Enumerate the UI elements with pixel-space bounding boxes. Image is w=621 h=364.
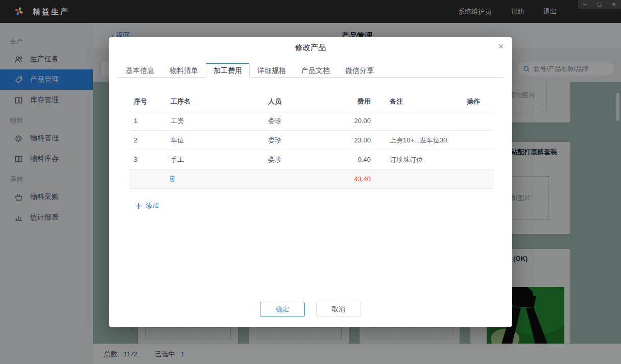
window-close-icon[interactable]: ✕ [612, 0, 616, 9]
col-header-process: 工序名 [164, 97, 261, 106]
modal-title: 修改产品 [109, 37, 512, 53]
cell-person: 娄珍 [261, 136, 332, 145]
fee-table: 序号 工序名 人员 费用 备注 操作 1 工资 娄珍 20.00 2 车位 娄珍… [129, 92, 494, 189]
modal-tabs: 基本信息 物料清单 加工费用 详细规格 产品文档 微信分享 [118, 63, 503, 78]
cell-process: 工资 [164, 116, 261, 126]
cancel-button[interactable]: 取消 [316, 302, 361, 317]
col-header-action: 操作 [460, 97, 494, 106]
topbar-menu: 系统维护员 帮助 退出 [458, 0, 557, 23]
col-header-person: 人员 [261, 97, 332, 106]
cell-fee: 23.00 [332, 136, 371, 144]
close-icon[interactable]: ✕ [498, 42, 504, 51]
col-header-fee: 费用 [332, 97, 371, 106]
cell-no: 1 [129, 117, 164, 125]
cell-fee: 20.00 [332, 117, 371, 125]
cell-person: 娄珍 [261, 116, 332, 126]
plus-icon [135, 203, 142, 209]
table-row: 2 车位 娄珍 23.00 上身10+...发车位30 [129, 131, 494, 150]
table-row: 1 工资 娄珍 20.00 [129, 111, 494, 131]
cell-remark: 上身10+...发车位30 [371, 136, 460, 145]
col-header-no: 序号 [129, 97, 164, 106]
cell-person: 娄珍 [261, 155, 332, 164]
tab-wechat-share[interactable]: 微信分享 [338, 63, 381, 78]
tab-product-docs[interactable]: 产品文档 [294, 63, 338, 78]
table-row: 3 手工 娄珍 0.40 订珍珠订位 [129, 150, 494, 169]
table-total-row: 43.40 [129, 169, 494, 189]
cell-no: 2 [129, 136, 164, 144]
modal-footer: 确定 取消 [109, 302, 512, 317]
minimize-icon[interactable]: ─ [583, 0, 587, 9]
cell-process: 车位 [164, 136, 261, 145]
tab-bom[interactable]: 物料清单 [162, 63, 206, 78]
help-menu[interactable]: 帮助 [511, 7, 524, 16]
total-fee: 43.40 [332, 175, 371, 183]
app-logo-pinwheel-icon [14, 7, 23, 16]
cell-process: 手工 [164, 155, 261, 164]
titlebar: 精益生产 系统维护员 帮助 退出 ─ ▢ ✕ [0, 0, 621, 23]
logout-menu[interactable]: 退出 [543, 7, 557, 16]
add-label: 添加 [146, 201, 159, 210]
confirm-button[interactable]: 确定 [260, 302, 305, 317]
table-header-row: 序号 工序名 人员 费用 备注 操作 [129, 92, 494, 111]
edit-product-modal: 修改产品 ✕ 基本信息 物料清单 加工费用 详细规格 产品文档 微信分享 序号 … [109, 37, 512, 327]
col-header-remark: 备注 [371, 97, 460, 106]
tab-processing-fee[interactable]: 加工费用 [206, 63, 250, 78]
cell-no: 3 [129, 156, 164, 163]
add-row-button[interactable]: 添加 [135, 201, 159, 210]
cell-remark: 订珍珠订位 [371, 155, 460, 164]
maximize-icon[interactable]: ▢ [597, 0, 602, 9]
tab-detail-specs[interactable]: 详细规格 [250, 63, 294, 78]
tab-basic-info[interactable]: 基本信息 [118, 63, 162, 78]
delete-trash-icon[interactable] [169, 175, 176, 182]
current-user-menu[interactable]: 系统维护员 [458, 7, 491, 16]
window-controls: ─ ▢ ✕ [578, 0, 621, 9]
app-title: 精益生产 [33, 0, 69, 23]
cell-fee: 0.40 [332, 156, 371, 163]
